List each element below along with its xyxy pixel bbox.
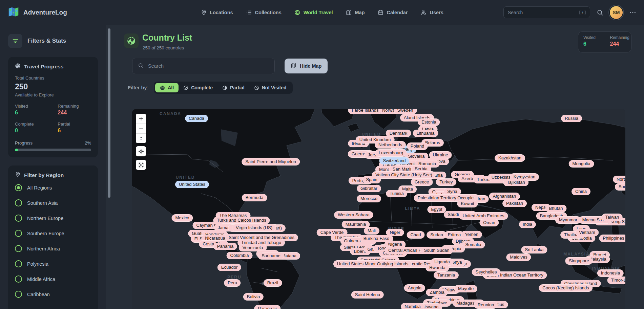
world-map[interactable]: CANADAUNITEDSTATESUNITEDPERUBRAZILINDIAL… — [132, 109, 625, 309]
country-pill-afghanistan[interactable]: Afghanistan — [489, 193, 520, 200]
nav-item-users[interactable]: Users — [421, 9, 443, 16]
content-scrollbar[interactable] — [107, 26, 111, 309]
country-search-input[interactable]: Search — [132, 58, 275, 74]
filter-not-visited[interactable]: Not Visited — [249, 83, 291, 92]
locate-button[interactable] — [136, 146, 146, 156]
country-pill-lithuania[interactable]: Lithuania — [413, 130, 438, 137]
nav-item-world-travel[interactable]: World Travel — [294, 9, 333, 16]
country-pill-south-korea[interactable]: South Korea — [615, 183, 625, 191]
country-pill-reunion[interactable]: Reunion — [474, 301, 498, 309]
country-pill-morocco[interactable]: Morocco — [357, 195, 381, 202]
country-pill-kazakhstan[interactable]: Kazakhstan — [495, 154, 525, 162]
country-pill-western-sahara[interactable]: Western Sahara — [334, 211, 373, 219]
region-option-all-regions[interactable]: All Regions — [15, 184, 91, 191]
country-pill-brazil[interactable]: Brazil — [264, 279, 282, 287]
overflow-menu-icon[interactable] — [629, 9, 637, 16]
fullscreen-button[interactable] — [136, 160, 146, 170]
country-pill-saint-pierre-and-miquelon[interactable]: Saint Pierre and Miquelon — [242, 158, 300, 165]
country-pill-seychelles[interactable]: Seychelles — [472, 268, 501, 276]
country-pill-china[interactable]: China — [572, 188, 590, 195]
radio-unselected[interactable] — [15, 215, 22, 222]
country-pill-switzerland[interactable]: Switzerland — [379, 157, 409, 164]
country-pill-vatican-city-state-holy-see-[interactable]: Vatican City State (Holy See) — [372, 171, 436, 179]
country-pill-tajikistan[interactable]: Tajikistan — [503, 179, 528, 186]
country-pill-faroe-islands[interactable]: Faroe Islands — [348, 109, 382, 114]
country-pill-canada[interactable]: Canada — [185, 115, 208, 122]
country-pill-gibraltar[interactable]: Gibraltar — [357, 185, 381, 192]
country-pill-taiwan[interactable]: Taiwan — [602, 214, 623, 221]
compass-tilt-button[interactable] — [136, 133, 146, 143]
filter-icon[interactable] — [8, 34, 22, 48]
radio-unselected[interactable] — [15, 275, 22, 283]
region-option-southern-europe[interactable]: Southern Europe — [15, 230, 91, 237]
country-pill-bermuda[interactable]: Bermuda — [242, 194, 267, 201]
country-pill-united-states[interactable]: United States — [175, 181, 209, 188]
radio-selected[interactable] — [15, 184, 22, 191]
filter-all[interactable]: All — [155, 83, 179, 92]
country-pill-singapore[interactable]: Singapore — [565, 257, 593, 265]
country-pill-cocos-keeling-islands[interactable]: Cocos (Keeling) Islands — [539, 284, 593, 292]
country-pill-colombia[interactable]: Colombia — [227, 252, 253, 259]
country-pill-suriname[interactable]: Suriname — [258, 252, 284, 260]
country-pill-pakistan[interactable]: Pakistan — [502, 200, 527, 207]
country-pill-united-arab-emirates[interactable]: United Arab Emirates — [459, 212, 508, 220]
country-pill-luxembourg[interactable]: Luxembourg — [375, 149, 407, 157]
country-pill-sri-lanka[interactable]: Sri Lanka — [521, 246, 547, 253]
country-pill-somalia[interactable]: Somalia — [462, 241, 485, 248]
radio-unselected[interactable] — [15, 230, 22, 237]
country-pill-myanmar[interactable]: Myanmar — [555, 216, 581, 224]
region-option-southern-asia[interactable]: Southern Asia — [15, 199, 91, 206]
filter-complete[interactable]: Complete — [179, 83, 217, 92]
country-pill-mauritania[interactable]: Mauritania — [342, 221, 370, 228]
country-pill-tunisia[interactable]: Tunisia — [386, 190, 407, 197]
country-pill-north-korea[interactable]: North Korea — [613, 176, 625, 183]
region-option-northern-africa[interactable]: Northern Africa — [15, 245, 91, 252]
country-pill-virgin-islands-us-[interactable]: Virgin Islands (US) — [232, 224, 276, 231]
country-pill-united-states-minor-outlying-islands[interactable]: United States Minor Outlying Islands — [333, 260, 412, 268]
country-pill-south-sudan[interactable]: South Sudan — [420, 247, 453, 254]
country-pill-ecuador[interactable]: Ecuador — [217, 264, 241, 271]
region-option-middle-africa[interactable]: Middle Africa — [15, 275, 91, 283]
country-pill-estonia[interactable]: Estonia — [418, 118, 440, 126]
country-pill-chad[interactable]: Chad — [407, 231, 424, 239]
country-pill-yemen[interactable]: Yemen — [461, 231, 482, 238]
zoom-out-button[interactable] — [136, 124, 146, 133]
country-pill-tanzania[interactable]: Tanzania — [434, 271, 459, 279]
country-pill-oman[interactable]: Oman — [479, 219, 499, 226]
radio-unselected[interactable] — [15, 260, 22, 267]
country-pill-indonesia[interactable]: Indonesia — [597, 269, 624, 277]
navbar-search-input[interactable]: Search / — [503, 6, 590, 18]
country-pill-spain[interactable]: Spain — [362, 176, 381, 183]
region-option-caribbean[interactable]: Caribbean — [15, 291, 91, 298]
country-pill-greece[interactable]: Greece — [411, 178, 433, 186]
region-option-polynesia[interactable]: Polynesia — [15, 260, 91, 267]
country-pill-poland[interactable]: Poland — [407, 142, 428, 150]
radio-unselected[interactable] — [15, 245, 22, 252]
region-option-northern-europe[interactable]: Northern Europe — [15, 215, 91, 222]
nav-item-calendar[interactable]: Calendar — [378, 9, 408, 16]
country-pill-paraguay[interactable]: Paraguay — [254, 305, 281, 309]
radio-unselected[interactable] — [15, 199, 22, 206]
country-pill-philippines[interactable]: Philippines — [599, 235, 625, 242]
country-pill-peru[interactable]: Peru — [224, 279, 241, 287]
hide-map-button[interactable]: Hide Map — [285, 59, 328, 73]
country-pill-panama[interactable]: Panama — [213, 243, 237, 250]
nav-item-map[interactable]: Map — [346, 9, 365, 16]
nav-item-collections[interactable]: Collections — [246, 9, 282, 16]
country-pill-rwanda[interactable]: Rwanda — [425, 264, 449, 271]
search-icon[interactable] — [597, 9, 603, 16]
country-pill-mayotte[interactable]: Mayotte — [454, 285, 477, 292]
filter-partial[interactable]: Partial — [217, 83, 249, 92]
country-pill-bhutan[interactable]: Bhutan — [545, 205, 566, 212]
country-pill-namibia[interactable]: Namibia — [401, 303, 424, 309]
country-pill-mali[interactable]: Mali — [364, 227, 379, 235]
country-pill-india[interactable]: India — [519, 221, 536, 228]
country-pill-mexico[interactable]: Mexico — [171, 214, 193, 222]
country-pill-vietnam[interactable]: Vietnam — [575, 229, 599, 236]
country-pill-timor-leste[interactable]: Timor-Leste — [607, 277, 625, 284]
country-pill-kuwait[interactable]: Kuwait — [457, 200, 478, 207]
country-pill-saint-helena[interactable]: Saint Helena — [351, 291, 384, 299]
app-brand[interactable]: AdventureLog — [7, 6, 67, 19]
country-pill-russia[interactable]: Russia — [561, 115, 582, 122]
country-pill-turkey[interactable]: Turkey — [436, 178, 456, 186]
